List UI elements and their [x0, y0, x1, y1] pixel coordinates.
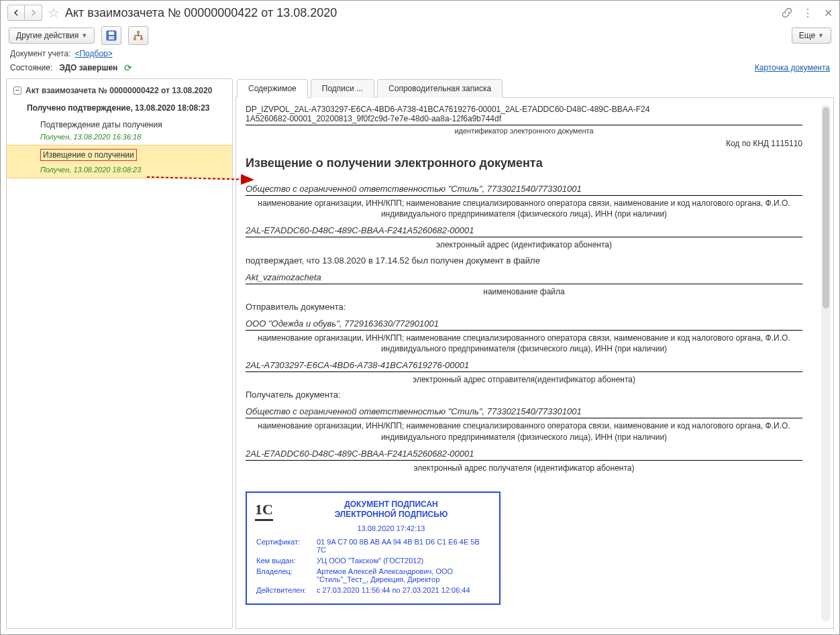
- sender-addr: 2AL-A7303297-E6CA-4BD6-A738-41BCA7619276…: [246, 356, 802, 372]
- doc-identifier: DP_IZVPOL_2AL-A7303297-E6CA-4BD6-A738-41…: [246, 105, 802, 125]
- doc-account-label: Документ учета:: [10, 49, 70, 58]
- doc-id-caption: идентификатор электронного документа: [246, 125, 802, 137]
- kebab-menu-icon[interactable]: ⋮: [802, 7, 815, 19]
- refresh-icon[interactable]: ⟳: [124, 62, 132, 73]
- arrow-left-icon: [13, 9, 19, 16]
- addr1-caption: электронный адрес (идентификатор абонент…: [246, 237, 802, 252]
- org1-value: Общество с ограниченной ответственностью…: [246, 180, 802, 196]
- owner-value: Артемов Алексей Александрович, ООО "Стил…: [317, 567, 490, 583]
- tab-bar: Содержимое Подписи ... Сопроводительная …: [235, 78, 834, 98]
- cert-value: 01 9A C7 00 8B AB AA 94 4B B1 D6 C1 E6 4…: [317, 538, 490, 554]
- tree-status-1: Получен, 13.08.2020 16:36:18: [7, 131, 232, 145]
- tab-cover-note[interactable]: Сопроводительная записка: [377, 79, 503, 98]
- doc-heading: Извещение о получении электронного докум…: [246, 154, 802, 180]
- window-title: Акт взаимозачета № 00000000422 от 13.08.…: [65, 6, 337, 20]
- nav-back-button[interactable]: [7, 5, 25, 21]
- svg-rect-2: [109, 36, 114, 40]
- org1-caption: наименование организации, ИНН/КПП; наиме…: [246, 196, 802, 221]
- owner-label: Владелец:: [256, 567, 317, 583]
- nav-forward-button[interactable]: [25, 5, 42, 21]
- recipient-org: Общество с ограниченной ответственностью…: [246, 402, 802, 418]
- collapse-icon[interactable]: −: [13, 86, 21, 95]
- state-value: ЭДО завершен: [59, 63, 117, 72]
- floppy-disk-icon: [106, 30, 117, 41]
- other-actions-button[interactable]: Другие действия ▼: [9, 27, 95, 44]
- tab-signatures[interactable]: Подписи ...: [311, 79, 374, 98]
- svg-rect-5: [140, 38, 143, 40]
- logo-1c-icon: 1C: [255, 501, 273, 521]
- tree-subtitle[interactable]: Получено подтверждение, 13.08.2020 18:08…: [7, 99, 232, 117]
- chevron-down-icon: ▼: [818, 32, 824, 39]
- state-label: Состояние:: [10, 63, 52, 72]
- doc-id-line2: 1A5260682-00001_20200813_9f0f2c9d-7e7e-4…: [246, 114, 501, 123]
- filename-value: Akt_vzaimozacheta: [246, 268, 802, 284]
- tree-root-label: Акт взаимозачета № 00000000422 от 13.08.…: [25, 86, 212, 95]
- cert-label: Сертификат:: [256, 538, 317, 554]
- signature-box: 1C ДОКУМЕНТ ПОДПИСАН ЭЛЕКТРОННОЙ ПОДПИСЬ…: [246, 492, 501, 605]
- sig-head1: ДОКУМЕНТ ПОДПИСАН: [344, 500, 438, 509]
- valid-label: Действителен:: [256, 586, 317, 594]
- recipient-org-caption: наименование организации, ИНН/КПП; наиме…: [246, 418, 802, 444]
- tree-status-2: Получен, 13.08.2020 18:08:23: [7, 163, 232, 178]
- recipient-addr-caption: электронный адрес получателя (идентифика…: [246, 461, 802, 475]
- link-icon[interactable]: [781, 7, 793, 19]
- document-card-link[interactable]: Карточка документа: [755, 63, 830, 72]
- addr1-value: 2AL-E7ADDC60-D48C-489C-BBAA-F241A5260682…: [246, 221, 802, 237]
- hierarchy-icon: [133, 30, 144, 41]
- recipient-addr: 2AL-E7ADDC60-D48C-489C-BBAA-F241A5260682…: [246, 445, 802, 461]
- recipient-label: Получатель документа:: [246, 387, 802, 402]
- doc-id-line1: DP_IZVPOL_2AL-A7303297-E6CA-4BD6-A738-41…: [246, 105, 649, 114]
- sender-org: ООО "Одежда и обувь", 7729163630/7729010…: [246, 314, 802, 331]
- close-button[interactable]: ✕: [824, 7, 833, 19]
- doc-account-select-link[interactable]: <Подбор>: [74, 49, 112, 58]
- svg-rect-3: [137, 31, 140, 34]
- more-label: Еще: [799, 31, 815, 40]
- document-tree-panel: − Акт взаимозачета № 00000000422 от 13.0…: [6, 78, 233, 629]
- chevron-down-icon: ▼: [81, 32, 87, 39]
- valid-value: с 27.03.2020 11:56:44 по 27.03.2021 12:0…: [317, 586, 490, 594]
- filename-caption: наименование файла: [246, 284, 802, 299]
- knd-code: Код по КНД 1115110: [246, 137, 802, 154]
- svg-rect-1: [109, 32, 114, 35]
- arrow-right-icon: [30, 9, 37, 16]
- favorite-star-icon[interactable]: ☆: [48, 5, 60, 21]
- other-actions-label: Другие действия: [16, 31, 78, 40]
- sender-label: Отправитель документа:: [246, 299, 802, 314]
- scrollbar[interactable]: [821, 105, 831, 622]
- sender-addr-caption: электронный адрес отправителя(идентифика…: [246, 372, 802, 387]
- confirm-text: подтверждает, что 13.08.2020 в 17.14.52 …: [246, 253, 802, 268]
- more-button[interactable]: Еще ▼: [792, 27, 831, 44]
- svg-rect-4: [134, 38, 136, 40]
- sig-head2: ЭЛЕКТРОННОЙ ПОДПИСЬЮ: [335, 510, 448, 519]
- issuer-value: УЦ ООО "Такском" (ГОСТ2012): [317, 557, 490, 565]
- tab-content[interactable]: Содержимое: [237, 79, 308, 98]
- tree-item-confirmation[interactable]: Подтверждение даты получения: [7, 117, 232, 131]
- document-view[interactable]: DP_IZVPOL_2AL-A7303297-E6CA-4BD6-A738-41…: [235, 98, 834, 629]
- sig-date: 13.08.2020 17:42:13: [256, 520, 490, 536]
- structure-button[interactable]: [128, 26, 148, 45]
- sender-org-caption: наименование организации, ИНН/КПП; наиме…: [246, 331, 802, 356]
- issuer-label: Кем выдан:: [256, 557, 317, 565]
- save-button[interactable]: [101, 26, 121, 45]
- tree-item-notification-label: Извещение о получении: [40, 149, 137, 161]
- scrollbar-thumb[interactable]: [823, 107, 829, 308]
- tree-root[interactable]: − Акт взаимозачета № 00000000422 от 13.0…: [7, 82, 232, 99]
- tree-item-notification-selected[interactable]: Извещение о получении: [7, 145, 232, 164]
